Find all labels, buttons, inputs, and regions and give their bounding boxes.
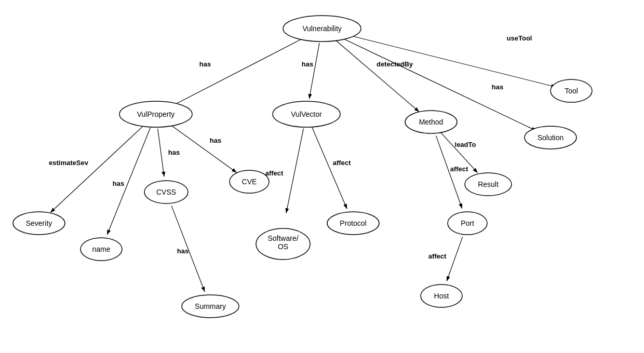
svg-text:has: has (302, 60, 313, 68)
svg-line-15 (158, 129, 164, 177)
svg-text:has: has (177, 247, 189, 255)
svg-text:CVSS: CVSS (156, 188, 176, 196)
svg-line-11 (50, 124, 145, 212)
svg-text:affect: affect (265, 169, 284, 177)
svg-line-17 (168, 123, 237, 172)
svg-text:useTool: useTool (507, 34, 532, 42)
svg-text:Summary: Summary (195, 302, 226, 310)
svg-text:VulVector: VulVector (291, 110, 322, 118)
svg-text:has: has (492, 83, 503, 91)
svg-text:Protocol: Protocol (340, 219, 366, 227)
svg-line-29 (447, 237, 462, 281)
svg-text:CVE: CVE (242, 178, 257, 186)
svg-text:detectedBy: detectedBy (377, 60, 413, 68)
svg-text:Method: Method (419, 118, 444, 126)
svg-text:has: has (113, 180, 124, 187)
svg-line-1 (170, 35, 309, 107)
svg-text:leadTo: leadTo (455, 141, 476, 148)
svg-text:has: has (168, 148, 180, 156)
svg-line-23 (312, 128, 347, 209)
svg-line-5 (333, 38, 419, 112)
svg-text:VulProperty: VulProperty (137, 110, 175, 118)
svg-line-21 (286, 128, 303, 213)
svg-text:Port: Port (461, 219, 474, 227)
svg-text:Vulnerability: Vulnerability (302, 24, 342, 33)
svg-text:Severity: Severity (26, 219, 52, 227)
svg-text:estimateSev: estimateSev (49, 159, 89, 167)
svg-text:Tool: Tool (565, 87, 578, 95)
svg-line-3 (309, 43, 319, 99)
svg-text:affect: affect (333, 159, 351, 167)
svg-text:has: has (210, 137, 221, 144)
svg-text:affect: affect (428, 252, 447, 260)
svg-text:affect: affect (450, 165, 468, 173)
svg-text:Solution: Solution (538, 133, 564, 142)
ontology-diagram: hashasdetectedByhasuseToolestimateSevhas… (0, 0, 644, 353)
svg-text:Result: Result (478, 180, 499, 188)
svg-text:has: has (199, 60, 211, 68)
svg-text:name: name (92, 245, 110, 253)
svg-text:Host: Host (434, 292, 449, 300)
